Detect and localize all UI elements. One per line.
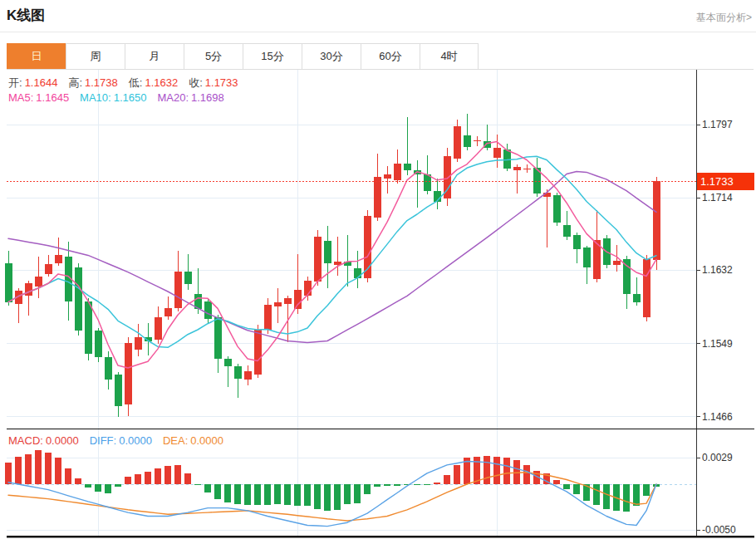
tab-周[interactable]: 周	[66, 43, 125, 69]
price-axis-label: 1.1466	[702, 411, 733, 423]
current-price-tag: 1.1733	[697, 173, 754, 190]
tab-60分[interactable]: 60分	[361, 43, 420, 69]
tab-日[interactable]: 日	[7, 43, 66, 69]
legend-macd: MACD:0.0000	[8, 434, 79, 447]
tab-bar: 日周月5分15分30分60分4时	[7, 43, 754, 70]
macd-legend: MACD:0.0000DIFF:0.0000DEA:0.0000	[8, 434, 234, 447]
price-axis-label: 1.1632	[702, 264, 733, 276]
fundamental-analysis-link[interactable]: 基本面分析>	[696, 11, 752, 25]
macd-axis-label: -0.0050	[702, 524, 736, 536]
tab-4时[interactable]: 4时	[420, 43, 479, 69]
legend-low: 低:1.1632	[129, 76, 178, 89]
price-axis-label: 1.1797	[702, 119, 733, 130]
kline-legend-ohlc: 开:1.1644高:1.1738低:1.1632收:1.1733	[8, 76, 249, 91]
tab-15分[interactable]: 15分	[243, 43, 302, 69]
page-title: K线图	[7, 6, 45, 25]
legend-dea: DEA:0.0000	[163, 434, 223, 447]
legend-ma10: MA10:1.1650	[80, 91, 146, 104]
legend-ma20: MA20:1.1698	[157, 91, 223, 104]
macd-axis-label: 0.0029	[702, 452, 733, 463]
legend-ma5: MA5:1.1645	[8, 91, 69, 104]
legend-close: 收:1.1733	[189, 76, 238, 89]
tab-30分[interactable]: 30分	[302, 43, 361, 69]
kline-legend-ma: MA5:1.1645MA10:1.1650MA20:1.1698	[8, 91, 235, 104]
header-divider	[0, 32, 756, 32]
tab-5分[interactable]: 5分	[184, 43, 243, 69]
price-axis-label: 1.1549	[702, 338, 733, 350]
price-axis-label: 1.1714	[702, 192, 733, 203]
legend-high: 高:1.1738	[68, 76, 117, 89]
kline-page: K线图 基本面分析> 日周月5分15分30分60分4时 开:1.1644高:1.…	[0, 0, 756, 539]
legend-diff: DIFF:0.0000	[90, 434, 152, 447]
tab-月[interactable]: 月	[125, 43, 184, 69]
legend-open: 开:1.1644	[8, 76, 57, 89]
